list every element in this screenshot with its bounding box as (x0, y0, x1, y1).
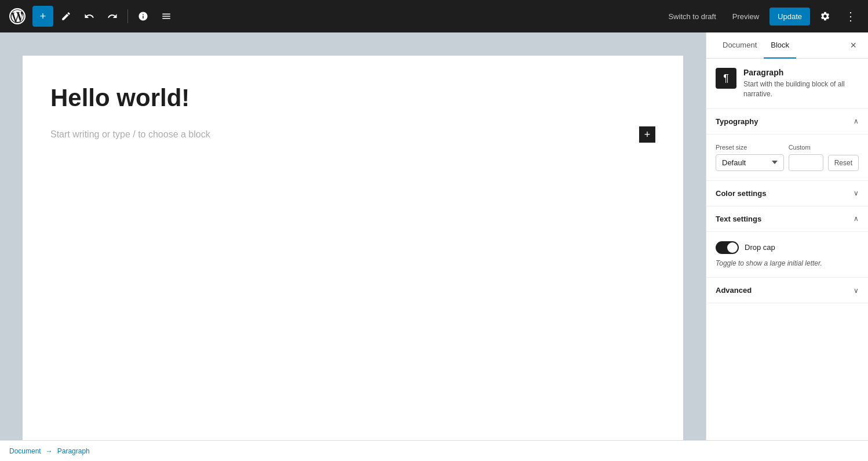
reset-button[interactable]: Reset (828, 155, 859, 171)
block-description: Start with the building block of all nar… (743, 79, 859, 99)
toolbar: + Switch to draft Preview Update ⋮ (0, 0, 868, 32)
text-settings-title: Text settings (716, 215, 761, 223)
main-layout: Hello world! Start writing or type / to … (0, 32, 868, 440)
drop-cap-description: Toggle to show a large initial letter. (716, 259, 859, 268)
drop-cap-label: Drop cap (745, 243, 775, 252)
post-title[interactable]: Hello world! (50, 84, 655, 112)
edit-mode-button[interactable] (56, 6, 76, 27)
typography-title: Typography (716, 117, 758, 126)
status-bar: Document → Paragraph (0, 440, 868, 461)
toolbar-separator (127, 9, 128, 23)
status-document-link[interactable]: Document (9, 447, 41, 455)
wp-logo (7, 6, 28, 27)
color-settings-title: Color settings (716, 189, 766, 198)
editor-area: Hello world! Start writing or type / to … (0, 32, 706, 440)
settings-gear-icon (820, 11, 830, 21)
typography-section-content: Preset size Default Custom Reset (706, 135, 868, 181)
undo-button[interactable] (79, 6, 100, 27)
status-paragraph-link[interactable]: Paragraph (57, 447, 90, 455)
more-options-button[interactable]: ⋮ (840, 6, 861, 27)
block-info: ¶ Paragraph Start with the building bloc… (706, 59, 868, 109)
sidebar-tabs: Document Block × (706, 32, 868, 59)
text-settings-header[interactable]: Text settings ∧ (706, 206, 868, 232)
color-settings-chevron-icon: ∨ (854, 189, 859, 197)
preset-size-select[interactable]: Default (716, 154, 784, 171)
typography-chevron-icon: ∧ (854, 117, 859, 125)
info-button[interactable] (133, 6, 154, 27)
text-settings-content: Drop cap Toggle to show a large initial … (706, 232, 868, 278)
toolbar-right: Switch to draft Preview Update ⋮ (662, 6, 861, 27)
text-settings-chevron-icon: ∧ (854, 215, 859, 223)
list-view-icon (161, 11, 172, 21)
preview-button[interactable]: Preview (727, 9, 765, 24)
sidebar: Document Block × ¶ Paragraph Start with … (706, 32, 868, 440)
undo-icon (84, 11, 94, 21)
custom-label: Custom (789, 144, 823, 151)
typography-section-header[interactable]: Typography ∧ (706, 109, 868, 135)
drop-cap-row: Drop cap (716, 241, 859, 254)
block-placeholder-text: Start writing or type / to choose a bloc… (50, 129, 210, 140)
block-info-text: Paragraph Start with the building block … (743, 68, 859, 99)
redo-button[interactable] (102, 6, 123, 27)
advanced-section-header[interactable]: Advanced ∨ (706, 278, 868, 303)
color-settings-header[interactable]: Color settings ∨ (706, 181, 868, 206)
settings-button[interactable] (815, 6, 836, 27)
redo-icon (107, 11, 118, 21)
list-view-button[interactable] (156, 6, 177, 27)
reset-group: Reset (828, 155, 859, 171)
update-button[interactable]: Update (769, 8, 810, 26)
advanced-chevron-icon: ∨ (854, 286, 859, 295)
font-size-row: Preset size Default Custom Reset (716, 144, 859, 171)
preset-size-label: Preset size (716, 144, 784, 151)
advanced-title: Advanced (716, 286, 752, 295)
editor-canvas: Hello world! Start writing or type / to … (23, 56, 683, 440)
add-block-button[interactable]: + (32, 6, 53, 27)
toggle-knob (727, 242, 738, 253)
status-arrow: → (46, 447, 53, 455)
custom-size-input[interactable] (789, 154, 823, 171)
wp-logo-icon (9, 8, 25, 24)
info-icon (138, 11, 148, 21)
inline-add-block-button[interactable]: + (639, 126, 655, 143)
switch-to-draft-button[interactable]: Switch to draft (662, 9, 721, 24)
drop-cap-toggle[interactable] (716, 241, 739, 254)
sidebar-close-button[interactable]: × (848, 32, 859, 58)
edit-icon (61, 11, 71, 21)
block-icon: ¶ (716, 68, 736, 89)
tab-block[interactable]: Block (764, 32, 796, 59)
tab-document[interactable]: Document (716, 32, 764, 59)
block-name: Paragraph (743, 68, 859, 77)
block-placeholder[interactable]: Start writing or type / to choose a bloc… (50, 126, 655, 143)
preset-size-group: Preset size Default (716, 144, 784, 171)
custom-size-group: Custom (789, 144, 823, 171)
